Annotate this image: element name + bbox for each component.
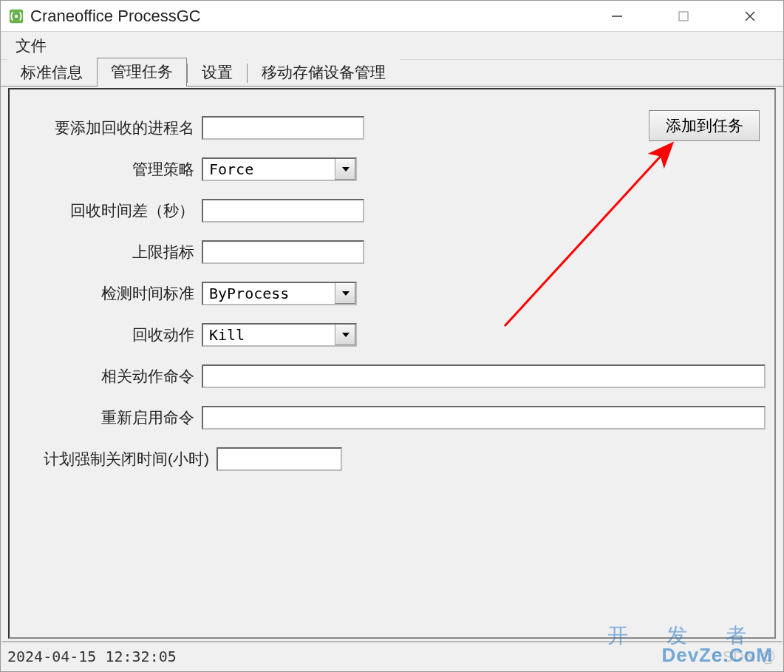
status-datetime: 2024-04-15 12:32:05	[7, 648, 177, 665]
add-to-task-button[interactable]: 添加到任务	[649, 110, 760, 141]
related-cmd-label: 相关动作命令	[10, 366, 202, 387]
statusbar: 2024-04-15 12:32:05 CSDN @	[1, 641, 783, 671]
strategy-value: Force	[203, 160, 335, 178]
maximize-button[interactable]	[650, 1, 717, 31]
app-icon	[8, 8, 24, 24]
detect-std-label: 检测时间标准	[10, 283, 202, 304]
csdn-watermark: CSDN @	[711, 648, 777, 665]
action-label: 回收动作	[10, 325, 202, 345]
force-close-label: 计划强制关闭时间(小时)	[10, 449, 217, 469]
interval-input[interactable]	[202, 199, 364, 223]
form-panel: 添加到任务 要添加回收的进程名 管理策略 Force	[8, 88, 776, 639]
process-name-label: 要添加回收的进程名	[10, 118, 202, 138]
upper-limit-input[interactable]	[202, 240, 364, 264]
related-cmd-input[interactable]	[202, 364, 766, 388]
reenable-cmd-input[interactable]	[202, 406, 766, 430]
tab-mobile-storage[interactable]: 移动存储设备管理	[248, 58, 400, 87]
interval-label: 回收时间差（秒）	[10, 200, 202, 221]
window-controls	[584, 1, 783, 31]
svg-rect-3	[679, 12, 688, 21]
close-button[interactable]	[717, 1, 783, 31]
titlebar: Craneoffice ProcessGC	[1, 1, 783, 32]
strategy-combo[interactable]: Force	[202, 157, 357, 181]
process-name-input[interactable]	[202, 116, 364, 140]
menu-file[interactable]: 文件	[10, 33, 52, 59]
chevron-down-icon[interactable]	[335, 159, 355, 180]
window-title: Craneoffice ProcessGC	[30, 7, 584, 26]
tabstrip: 标准信息 管理任务 设置 移动存储设备管理	[1, 60, 783, 86]
action-combo[interactable]: Kill	[202, 323, 357, 347]
force-close-input[interactable]	[217, 447, 342, 471]
detect-std-value: ByProcess	[203, 285, 335, 302]
tab-settings[interactable]: 设置	[188, 58, 247, 87]
tab-manage-tasks[interactable]: 管理任务	[97, 58, 187, 87]
chevron-down-icon[interactable]	[335, 283, 355, 304]
svg-rect-1	[15, 15, 18, 18]
detect-std-combo[interactable]: ByProcess	[202, 282, 357, 305]
tab-standard-info[interactable]: 标准信息	[7, 58, 97, 87]
minimize-button[interactable]	[584, 1, 650, 31]
upper-limit-label: 上限指标	[10, 242, 202, 262]
reenable-cmd-label: 重新启用命令	[10, 407, 202, 428]
strategy-label: 管理策略	[10, 159, 202, 180]
chevron-down-icon[interactable]	[335, 325, 355, 345]
menubar: 文件	[1, 32, 783, 60]
action-value: Kill	[203, 326, 335, 344]
